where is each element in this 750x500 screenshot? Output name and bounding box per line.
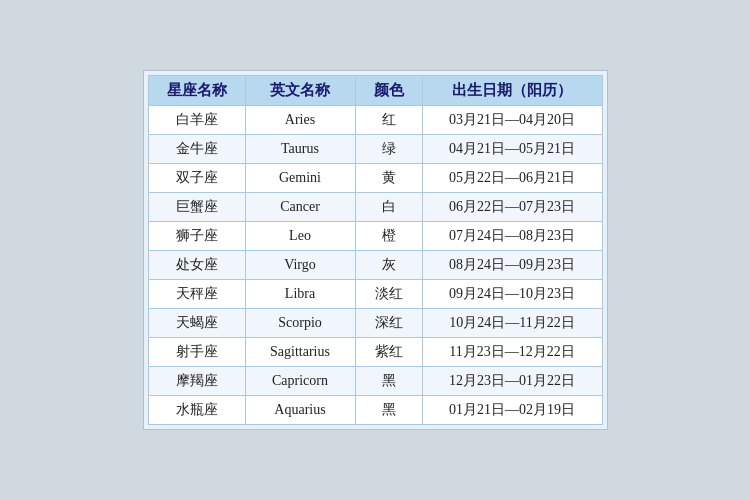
cell-date: 08月24日—09月23日 xyxy=(422,251,602,280)
table-row: 金牛座Taurus绿04月21日—05月21日 xyxy=(148,135,602,164)
cell-en: Taurus xyxy=(245,135,355,164)
cell-cn: 金牛座 xyxy=(148,135,245,164)
cell-color: 绿 xyxy=(355,135,422,164)
cell-date: 05月22日—06月21日 xyxy=(422,164,602,193)
table-row: 水瓶座Aquarius黑01月21日—02月19日 xyxy=(148,396,602,425)
table-row: 白羊座Aries红03月21日—04月20日 xyxy=(148,106,602,135)
cell-date: 01月21日—02月19日 xyxy=(422,396,602,425)
header-cn: 星座名称 xyxy=(148,76,245,106)
zodiac-table: 星座名称 英文名称 颜色 出生日期（阳历） 白羊座Aries红03月21日—04… xyxy=(148,75,603,425)
cell-cn: 天蝎座 xyxy=(148,309,245,338)
cell-color: 紫红 xyxy=(355,338,422,367)
table-row: 天秤座Libra淡红09月24日—10月23日 xyxy=(148,280,602,309)
cell-cn: 天秤座 xyxy=(148,280,245,309)
table-row: 处女座Virgo灰08月24日—09月23日 xyxy=(148,251,602,280)
cell-color: 深红 xyxy=(355,309,422,338)
cell-color: 红 xyxy=(355,106,422,135)
cell-en: Capricorn xyxy=(245,367,355,396)
cell-en: Scorpio xyxy=(245,309,355,338)
cell-color: 淡红 xyxy=(355,280,422,309)
cell-cn: 处女座 xyxy=(148,251,245,280)
cell-en: Cancer xyxy=(245,193,355,222)
cell-cn: 摩羯座 xyxy=(148,367,245,396)
table-row: 巨蟹座Cancer白06月22日—07月23日 xyxy=(148,193,602,222)
cell-en: Leo xyxy=(245,222,355,251)
cell-date: 04月21日—05月21日 xyxy=(422,135,602,164)
cell-color: 黑 xyxy=(355,367,422,396)
cell-cn: 白羊座 xyxy=(148,106,245,135)
cell-date: 03月21日—04月20日 xyxy=(422,106,602,135)
table-row: 射手座Sagittarius紫红11月23日—12月22日 xyxy=(148,338,602,367)
zodiac-table-container: 星座名称 英文名称 颜色 出生日期（阳历） 白羊座Aries红03月21日—04… xyxy=(143,70,608,430)
cell-date: 12月23日—01月22日 xyxy=(422,367,602,396)
table-row: 天蝎座Scorpio深红10月24日—11月22日 xyxy=(148,309,602,338)
cell-en: Sagittarius xyxy=(245,338,355,367)
table-row: 双子座Gemini黄05月22日—06月21日 xyxy=(148,164,602,193)
cell-en: Libra xyxy=(245,280,355,309)
cell-color: 黑 xyxy=(355,396,422,425)
header-date: 出生日期（阳历） xyxy=(422,76,602,106)
cell-cn: 射手座 xyxy=(148,338,245,367)
cell-color: 白 xyxy=(355,193,422,222)
table-header-row: 星座名称 英文名称 颜色 出生日期（阳历） xyxy=(148,76,602,106)
table-row: 狮子座Leo橙07月24日—08月23日 xyxy=(148,222,602,251)
cell-cn: 双子座 xyxy=(148,164,245,193)
header-color: 颜色 xyxy=(355,76,422,106)
header-en: 英文名称 xyxy=(245,76,355,106)
cell-color: 橙 xyxy=(355,222,422,251)
cell-color: 黄 xyxy=(355,164,422,193)
cell-cn: 巨蟹座 xyxy=(148,193,245,222)
cell-cn: 水瓶座 xyxy=(148,396,245,425)
cell-color: 灰 xyxy=(355,251,422,280)
cell-date: 06月22日—07月23日 xyxy=(422,193,602,222)
cell-en: Aries xyxy=(245,106,355,135)
cell-date: 10月24日—11月22日 xyxy=(422,309,602,338)
cell-date: 11月23日—12月22日 xyxy=(422,338,602,367)
cell-date: 07月24日—08月23日 xyxy=(422,222,602,251)
cell-en: Gemini xyxy=(245,164,355,193)
cell-date: 09月24日—10月23日 xyxy=(422,280,602,309)
table-row: 摩羯座Capricorn黑12月23日—01月22日 xyxy=(148,367,602,396)
cell-en: Aquarius xyxy=(245,396,355,425)
cell-cn: 狮子座 xyxy=(148,222,245,251)
cell-en: Virgo xyxy=(245,251,355,280)
